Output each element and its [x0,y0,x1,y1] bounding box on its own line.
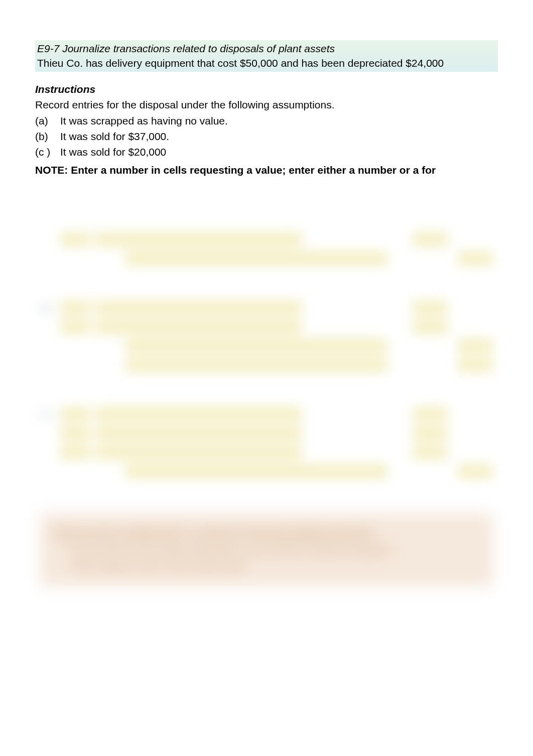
entry-group-c: (c ) [40,407,493,478]
entry-row [40,320,493,334]
exercise-description: Thieu Co. has delivery equipment that co… [37,56,496,70]
account-cell[interactable] [60,232,90,246]
option-c: (c ) It was sold for $20,000 [35,145,498,159]
entry-row: (b) [40,301,493,315]
credit-cell[interactable] [458,251,493,266]
account-cell[interactable] [95,407,302,421]
debit-cell[interactable] [413,232,448,246]
option-text: It was scrapped as having no value. [60,113,498,128]
entry-group-a [40,232,493,266]
account-cell[interactable] [60,320,90,334]
option-text: It was sold for $20,000 [60,145,498,159]
account-cell[interactable] [125,251,387,266]
entry-row [40,445,493,459]
entry-row [40,426,493,440]
account-cell[interactable] [125,358,387,372]
debit-cell[interactable] [413,320,448,334]
entry-group-b: (b) [40,301,493,372]
account-cell[interactable] [60,426,90,440]
entry-row [40,232,493,246]
credit-cell[interactable] [458,464,493,478]
option-label: (a) [35,113,60,128]
credit-cell[interactable] [458,358,493,372]
account-cell[interactable] [125,339,387,353]
debit-cell[interactable] [413,426,448,440]
note-text: NOTE: Enter a number in cells requesting… [35,163,498,177]
footer-line3: of this change on each of the answers gi… [55,558,478,574]
entry-row [40,339,493,353]
entry-row: (c ) [40,407,493,421]
instructions-heading: Instructions [35,82,498,96]
option-text: It was sold for $37,000. [60,129,498,144]
account-cell[interactable] [60,445,90,459]
entry-row [40,358,493,372]
account-cell[interactable] [95,301,302,315]
option-label: (c ) [35,145,60,159]
instructions-lead: Record entries for the disposal under th… [35,97,498,112]
exercise-title: E9-7 Journalize transactions related to … [37,41,496,56]
credit-cell[interactable] [458,339,493,353]
footer-line2: Assume that the accumulated depreciation… [55,542,478,558]
footer-note: After you have completed E9-7, consider … [40,514,493,586]
debit-cell[interactable] [413,407,448,421]
journal-entries-region: (b) [35,232,498,586]
header-block: E9-7 Journalize transactions related to … [35,40,498,72]
entry-label: (b) [40,302,60,314]
debit-cell[interactable] [413,445,448,459]
entry-row [40,464,493,478]
account-cell[interactable] [125,464,387,478]
footer-line1: After you have completed E9-7, consider … [55,526,478,542]
option-b: (b) It was sold for $37,000. [35,129,498,144]
account-cell[interactable] [95,320,302,334]
option-a: (a) It was scrapped as having no value. [35,113,498,128]
debit-cell[interactable] [413,301,448,315]
account-cell[interactable] [95,232,302,246]
account-cell[interactable] [60,407,90,421]
account-cell[interactable] [95,426,302,440]
entry-row [40,251,493,266]
account-cell[interactable] [95,445,302,459]
entry-label: (c ) [40,408,60,421]
account-cell[interactable] [60,301,90,315]
option-label: (b) [35,129,60,144]
